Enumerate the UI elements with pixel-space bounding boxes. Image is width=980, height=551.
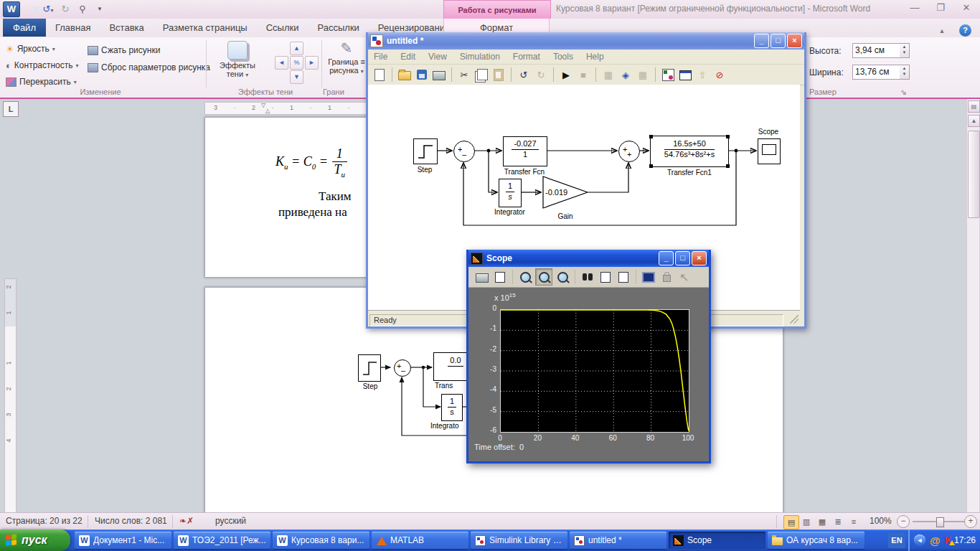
restore-icon[interactable]: ❐: [933, 2, 948, 13]
view-web-icon[interactable]: ▦: [815, 515, 829, 528]
word-count[interactable]: Число слов: 2 081: [95, 516, 167, 526]
transfer-fcn1-block[interactable]: 16.5s+50 54.76s³+8s²+s: [650, 136, 729, 167]
menu-file[interactable]: File: [374, 52, 387, 62]
compress-pictures-button[interactable]: Сжать рисунки: [88, 43, 160, 57]
update-diagram-icon[interactable]: ▦: [601, 67, 616, 82]
nudge-shadow-down-button[interactable]: ▼: [290, 70, 303, 84]
toggle-shadow-button[interactable]: %: [290, 56, 303, 70]
zoom-out-icon[interactable]: −: [897, 515, 910, 528]
save-icon[interactable]: [415, 67, 429, 82]
restore-axes-icon[interactable]: [616, 269, 631, 285]
undo-icon[interactable]: ↺▾: [42, 3, 55, 16]
spell-check-icon[interactable]: ❧✗: [179, 516, 194, 526]
tab-home[interactable]: Главная: [46, 19, 100, 37]
model-browser-icon[interactable]: [678, 67, 692, 82]
menu-simulation[interactable]: Simulation: [460, 52, 500, 62]
zoom-y-icon[interactable]: [555, 269, 570, 285]
selection-handle[interactable]: [726, 164, 730, 168]
recolor-button[interactable]: Перекрасить▾: [6, 75, 77, 89]
page-indicator[interactable]: Страница: 20 из 22: [6, 516, 83, 526]
cut-icon[interactable]: ✂: [457, 67, 471, 82]
width-stepper[interactable]: ▲▼: [900, 65, 910, 80]
menu-help[interactable]: Help: [586, 52, 604, 62]
minimize-icon[interactable]: —: [907, 2, 923, 13]
word-logo-icon[interactable]: W: [3, 1, 20, 17]
hide-icons-icon[interactable]: ◄: [914, 534, 925, 546]
nudge-shadow-left-button[interactable]: ◄: [275, 56, 288, 70]
copy-icon[interactable]: [474, 67, 489, 82]
antivirus-icon[interactable]: K: [945, 534, 952, 546]
redo-icon[interactable]: ↻: [534, 67, 548, 82]
tab-selector-icon[interactable]: L: [3, 101, 19, 117]
zoom-in-icon[interactable]: +: [964, 515, 977, 528]
lock-axes-icon[interactable]: [659, 269, 674, 285]
tab-insert[interactable]: Вставка: [100, 19, 153, 37]
taskbar-item[interactable]: ТОЭ2_2011 [Реж...: [174, 532, 270, 549]
play-icon[interactable]: ▶: [559, 67, 573, 82]
paste-icon[interactable]: [491, 67, 506, 82]
reset-picture-button[interactable]: Сброс параметров рисунка: [88, 60, 210, 75]
mail-agent-icon[interactable]: @: [930, 534, 941, 547]
integrator-block[interactable]: 1 s: [499, 179, 522, 207]
shadow-effects-button[interactable]: Эффекты тени ▾: [215, 39, 260, 85]
zoom-slider[interactable]: [936, 517, 944, 527]
zoom-level[interactable]: 100%: [870, 516, 892, 526]
close-icon[interactable]: ×: [692, 251, 707, 265]
zoom-icon[interactable]: [517, 269, 533, 285]
save-icon[interactable]: [24, 3, 37, 16]
refresh-blocks-icon[interactable]: ◈: [618, 67, 633, 82]
dialog-launcher-icon[interactable]: ⇘: [898, 88, 908, 97]
open-icon[interactable]: [397, 67, 412, 82]
taskbar-item[interactable]: Simulink Library B...: [471, 532, 567, 549]
build-icon[interactable]: ▦: [636, 67, 650, 82]
debug-disabled-icon[interactable]: ⊘: [712, 67, 727, 82]
qat-dropdown-icon[interactable]: ▼: [93, 3, 106, 16]
taskbar-item[interactable]: Scope: [669, 532, 765, 549]
print-icon[interactable]: [432, 67, 446, 82]
view-outline-icon[interactable]: ≣: [831, 515, 845, 528]
tab-page-layout[interactable]: Разметка страницы: [154, 19, 257, 37]
language-bar[interactable]: EN: [888, 532, 905, 548]
close-icon[interactable]: ×: [787, 34, 802, 48]
taskbar-item[interactable]: Курсовая 8 вари...: [273, 532, 369, 549]
clock[interactable]: 17:26: [954, 535, 976, 545]
scrollbar-thumb[interactable]: [968, 131, 980, 218]
width-input[interactable]: [852, 65, 903, 80]
collapse-ribbon-icon[interactable]: ▲: [936, 26, 948, 36]
undo-icon[interactable]: ↺: [517, 67, 531, 82]
tab-mailings[interactable]: Рассылки: [308, 19, 369, 37]
brightness-button[interactable]: ☀ Яркость▾: [6, 42, 55, 56]
contrast-button[interactable]: ◐ Контрастность▾: [6, 58, 79, 72]
taskbar-item[interactable]: ОА курсач 8 вар...: [768, 532, 864, 549]
vertical-scrollbar[interactable]: ▤ ▲: [966, 99, 979, 512]
sum2-block[interactable]: + +: [618, 141, 640, 162]
print-preview-icon[interactable]: ⚲: [76, 3, 89, 16]
simulink-titlebar[interactable]: untitled * _ □ ×: [368, 32, 804, 50]
sum1-block[interactable]: + –: [453, 141, 475, 162]
save-axes-icon[interactable]: [598, 269, 613, 285]
language-indicator[interactable]: русский: [215, 516, 246, 526]
menu-view[interactable]: View: [428, 52, 447, 62]
view-print-layout-icon[interactable]: ▤: [783, 515, 799, 529]
selection-handle[interactable]: [649, 164, 653, 168]
view-fullscreen-icon[interactable]: ▥: [799, 515, 814, 528]
transfer-fcn-block[interactable]: -0.027 1: [503, 136, 547, 166]
scope-titlebar[interactable]: Scope _ □ ×: [468, 250, 709, 267]
tab-references[interactable]: Ссылки: [257, 19, 308, 37]
resize-grip[interactable]: [789, 314, 798, 324]
autoscale-icon[interactable]: [580, 269, 595, 285]
minimize-icon[interactable]: _: [754, 34, 769, 48]
ruler-toggle-icon[interactable]: ▤: [968, 100, 980, 113]
go-up-icon[interactable]: ⇧: [695, 67, 710, 82]
nudge-shadow-up-button[interactable]: ▲: [290, 42, 303, 55]
gain-block[interactable]: -0.019: [542, 176, 589, 209]
scope-plot[interactable]: [500, 309, 689, 433]
view-draft-icon[interactable]: ≡: [847, 515, 861, 528]
taskbar-item[interactable]: untitled *: [570, 532, 666, 549]
redo-icon[interactable]: ↻: [59, 3, 72, 16]
minimize-icon[interactable]: _: [659, 251, 674, 265]
signal-selection-icon[interactable]: ↖: [677, 269, 692, 285]
close-icon[interactable]: ✕: [958, 2, 974, 13]
taskbar-item[interactable]: Документ1 - Mic...: [75, 532, 171, 549]
zoom-x-icon[interactable]: [535, 268, 552, 286]
